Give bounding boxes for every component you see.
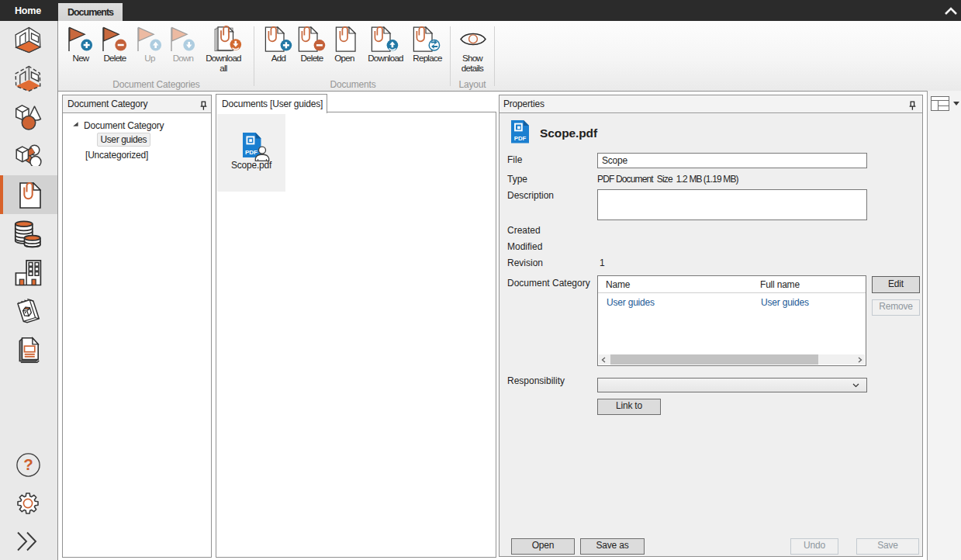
svg-text:PDF: PDF bbox=[514, 135, 527, 142]
svg-text:?: ? bbox=[23, 455, 33, 473]
svg-text:PDF: PDF bbox=[245, 149, 258, 156]
